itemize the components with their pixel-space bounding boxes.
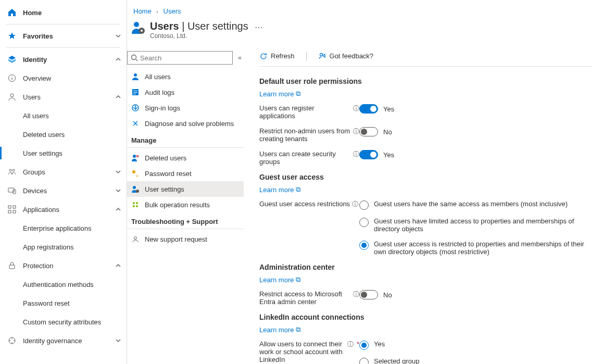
toggle-value: No <box>383 291 392 299</box>
sidebar-item-custom-sec-attrs[interactable]: Custom security attributes <box>0 312 127 331</box>
sidebar-item-label: Groups <box>23 168 45 176</box>
nav-bulk-ops[interactable]: Bulk operation results <box>127 197 244 212</box>
section-heading-guest: Guest user access <box>259 173 593 181</box>
feedback-button[interactable]: Got feedback? <box>318 52 374 60</box>
nav-label: Deleted users <box>145 154 186 162</box>
svg-point-12 <box>134 22 139 27</box>
radio-guest-opt1[interactable] <box>359 200 369 210</box>
svg-point-26 <box>133 202 135 204</box>
svg-point-31 <box>320 53 322 56</box>
secondary-sidebar: « All users Audit logs Sign-in logs Diag… <box>127 46 244 364</box>
sidebar-item-auth-methods[interactable]: Authentication methods <box>0 275 127 294</box>
svg-point-30 <box>134 237 137 240</box>
page-header: Home › Users Users | User settings Conto… <box>127 0 603 46</box>
more-actions-button[interactable]: ⋯ <box>255 20 263 32</box>
info-icon <box>7 73 17 83</box>
chevron-down-icon <box>115 187 121 194</box>
search-input[interactable] <box>140 54 229 62</box>
sidebar-item-protection[interactable]: Protection <box>0 256 127 275</box>
sidebar-item-user-settings[interactable]: User settings <box>0 144 127 162</box>
sidebar-item-overview[interactable]: Overview <box>0 69 127 87</box>
svg-point-1 <box>10 94 14 97</box>
nav-deleted-users[interactable]: Deleted users <box>127 150 244 166</box>
radio-linkedin-selected-group[interactable] <box>359 358 369 364</box>
nav-signin-logs[interactable]: Sign-in logs <box>127 100 244 116</box>
toggle-create-sec-groups[interactable] <box>359 150 378 159</box>
chevron-up-icon <box>115 56 121 62</box>
sidebar-item-applications[interactable]: Applications <box>0 200 127 219</box>
sidebar-item-users[interactable]: Users <box>0 87 127 106</box>
sidebar-item-deleted-users[interactable]: Deleted users <box>0 125 127 144</box>
sidebar-item-favorites[interactable]: Favorites <box>0 27 127 45</box>
nav-label: All users <box>145 73 171 81</box>
star-icon <box>7 31 17 41</box>
sidebar-item-password-reset[interactable]: Password reset <box>0 294 127 312</box>
learn-more-link[interactable]: Learn more ⧉ <box>259 275 300 284</box>
page-subtitle: Contoso, Ltd. <box>150 32 248 40</box>
nav-label: New support request <box>145 235 207 243</box>
radio-guest-opt3[interactable] <box>359 241 369 250</box>
svg-rect-9 <box>13 210 16 213</box>
toggle-restrict-tenants[interactable] <box>359 127 378 136</box>
info-icon[interactable]: ⓘ <box>347 340 354 349</box>
sidebar-item-all-users[interactable]: All users <box>0 106 127 125</box>
breadcrumb: Home › Users <box>131 5 603 20</box>
learn-more-link[interactable]: Learn more ⧉ <box>259 185 300 194</box>
search-input-wrapper[interactable] <box>127 51 233 65</box>
learn-more-link[interactable]: Learn more ⧉ <box>259 325 300 334</box>
sidebar-item-home[interactable]: Home <box>0 3 127 22</box>
setting-label: Users can create security groups <box>259 150 351 166</box>
nav-audit-logs[interactable]: Audit logs <box>127 84 244 100</box>
refresh-button[interactable]: Refresh <box>259 52 295 60</box>
toggle-value: Yes <box>383 151 394 159</box>
radio-linkedin-yes[interactable] <box>359 341 369 350</box>
user-gear-icon <box>131 185 140 193</box>
radio-label: Selected group <box>374 357 419 364</box>
sidebar-item-label: Users <box>23 93 41 101</box>
radio-guest-opt2[interactable] <box>359 218 369 227</box>
nav-password-reset[interactable]: Password reset <box>127 166 244 181</box>
svg-point-15 <box>132 55 136 60</box>
nav-all-users[interactable]: All users <box>127 69 244 84</box>
feedback-label: Got feedback? <box>330 52 374 60</box>
sidebar-item-app-registrations[interactable]: App registrations <box>0 237 127 256</box>
breadcrumb-users[interactable]: Users <box>164 7 181 15</box>
sidebar-item-label: Authentication methods <box>23 281 94 288</box>
sidebar-item-identity-governance[interactable]: Identity governance <box>0 331 127 350</box>
sidebar-item-enterprise-apps[interactable]: Enterprise applications <box>0 219 127 237</box>
svg-rect-8 <box>8 210 11 213</box>
info-icon[interactable]: ⓘ <box>353 290 359 299</box>
sidebar-item-label: Home <box>23 9 42 17</box>
nav-label: Bulk operation results <box>145 201 210 209</box>
sidebar-item-identity[interactable]: Identity <box>0 50 127 69</box>
governance-icon <box>7 336 17 345</box>
info-icon[interactable]: ⓘ <box>353 150 359 159</box>
nav-new-support[interactable]: New support request <box>127 231 244 247</box>
chevron-up-icon <box>115 206 121 212</box>
breadcrumb-home[interactable]: Home <box>133 7 152 15</box>
nav-label: Sign-in logs <box>145 104 180 112</box>
list-icon <box>131 88 140 96</box>
info-icon[interactable]: ⓘ <box>353 127 359 136</box>
svg-point-25 <box>136 190 139 193</box>
svg-point-3 <box>12 169 15 171</box>
signin-icon <box>131 104 140 112</box>
learn-more-link[interactable]: Learn more ⧉ <box>259 90 300 98</box>
info-icon[interactable]: ⓘ <box>352 200 358 209</box>
toggle-register-apps[interactable] <box>359 104 378 114</box>
sidebar-item-groups[interactable]: Groups <box>0 162 127 181</box>
nav-diagnose[interactable]: Diagnose and solve problems <box>127 116 244 131</box>
toggle-value: Yes <box>383 105 394 113</box>
nav-label: Diagnose and solve problems <box>145 120 234 128</box>
nav-user-settings[interactable]: User settings <box>127 181 244 197</box>
svg-point-2 <box>9 169 11 171</box>
toggle-restrict-admin-center[interactable] <box>359 290 378 299</box>
info-icon[interactable]: ⓘ <box>353 104 359 113</box>
sidebar-item-devices[interactable]: Devices <box>0 181 127 200</box>
svg-rect-20 <box>133 94 136 94</box>
support-icon <box>131 235 140 243</box>
refresh-icon <box>259 52 268 60</box>
svg-rect-18 <box>133 91 137 91</box>
collapse-nav-button[interactable]: « <box>238 54 242 61</box>
section-heading-default-perms: Default user role permissions <box>259 77 593 85</box>
